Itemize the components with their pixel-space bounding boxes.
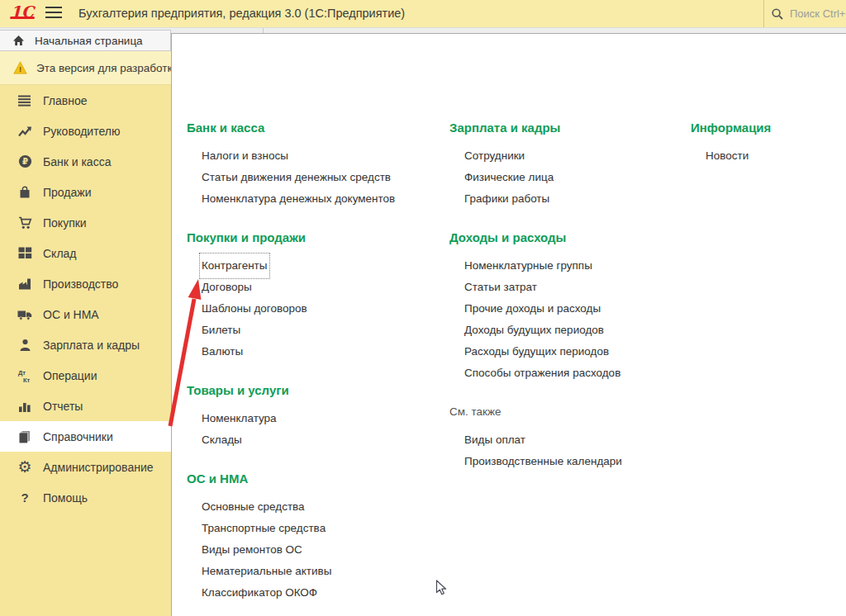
panel-link-билеты[interactable]: Билеты <box>187 320 443 341</box>
panel-link-label: Договоры <box>202 277 252 298</box>
section-title: Информация <box>691 121 846 135</box>
panel-link-графики-работы[interactable]: Графики работы <box>449 188 689 210</box>
panel-link-label: Валюты <box>202 341 243 362</box>
panel-link-label: Номенклатура денежных документов <box>202 188 395 210</box>
sidebar-item-продажи[interactable]: Продажи <box>0 177 171 207</box>
sidebar-item-администрирование[interactable]: ⚙Администрирование <box>0 452 171 482</box>
sidebar-item-банк-и-касса[interactable]: ₽Банк и касса <box>0 146 171 177</box>
panel-link-label: Основные средства <box>202 496 305 518</box>
sidebar-item-справочники[interactable]: Справочники <box>0 421 171 452</box>
bar-chart-icon <box>17 399 33 414</box>
panel-link-label: Расходы будущих периодов <box>464 341 609 362</box>
dev-version-warning-banner[interactable]: ! Эта версия для разработки <box>0 51 171 85</box>
menu-column-1: Банк и кассаНалоги и взносыСтатьи движен… <box>187 121 443 616</box>
sidebar-item-руководителю[interactable]: Руководителю <box>0 116 171 146</box>
panel-link-шаблоны-договоров[interactable]: Шаблоны договоров <box>187 298 443 320</box>
panel-link-label: Номенклатура <box>202 408 277 429</box>
sidebar-item-склад[interactable]: Склад <box>0 238 171 268</box>
panel-link-номенклатура-денежных-документов[interactable]: Номенклатура денежных документов <box>187 188 443 210</box>
sidebar-item-label: Справочники <box>43 430 113 443</box>
sidebar-item-ос-и-нма[interactable]: ОС и НМА <box>0 299 171 329</box>
sidebar-item-label: ОС и НМА <box>43 308 99 321</box>
sidebar-item-главное[interactable]: Главное <box>0 85 171 116</box>
panel-link-склады[interactable]: Склады <box>187 429 443 451</box>
panel-link-новости[interactable]: Новости <box>691 145 846 167</box>
panel-link-классификатор-окоф[interactable]: Классификатор ОКОФ <box>187 582 443 604</box>
panel-link-производственные-календари[interactable]: Производственные календари <box>449 451 689 472</box>
panel-link-label: Доходы будущих периодов <box>464 320 604 341</box>
menu-section: Доходы и расходыНоменклатурные группыСта… <box>449 230 689 384</box>
sidebar-item-покупки[interactable]: Покупки <box>0 207 171 238</box>
panel-link-договоры[interactable]: Договоры <box>187 277 443 298</box>
truck-icon <box>17 307 33 322</box>
sidebar-item-помощь[interactable]: ?Помощь <box>0 482 171 513</box>
panel-link-доходы-будущих-периодов[interactable]: Доходы будущих периодов <box>449 320 689 341</box>
panel-link-способы-отражения-расходов[interactable]: Способы отражения расходов <box>449 362 689 384</box>
panel-link-label: Шаблоны договоров <box>202 298 307 320</box>
cart-icon <box>17 216 33 230</box>
sidebar-item-label: Зарплата и кадры <box>43 339 140 352</box>
panel-link-label: Налоги и взносы <box>202 145 288 167</box>
panel-link-label: Нематериальные активы <box>202 561 331 582</box>
menu-section: ИнформацияНовости <box>691 121 846 167</box>
svg-text:₽: ₽ <box>22 157 28 166</box>
search-input[interactable]: Поиск Ctrl+Shift+F <box>763 0 846 27</box>
panel-link-расходы-будущих-периодов[interactable]: Расходы будущих периодов <box>449 341 689 362</box>
sidebar-item-label: Производство <box>43 277 118 291</box>
panel-link-label: Транспортные средства <box>202 518 326 539</box>
gear-icon: ⚙ <box>17 460 33 475</box>
panel-link-валюты[interactable]: Валюты <box>187 341 443 362</box>
title-bar: 1С Бухгалтерия предприятия, редакция 3.0… <box>0 0 846 27</box>
1c-logo-icon: 1С <box>8 2 36 21</box>
sidebar-menu: ГлавноеРуководителю₽Банк и кассаПродажиП… <box>0 85 171 513</box>
sidebar: ! Эта версия для разработки ГлавноеРуков… <box>0 51 171 616</box>
panel-link-транспортные-средства[interactable]: Транспортные средства <box>187 518 443 539</box>
panel-link-label: Сотрудники <box>464 145 525 167</box>
svg-text:!: ! <box>18 64 21 73</box>
panel-link-основные-средства[interactable]: Основные средства <box>187 496 443 518</box>
warehouse-grid-icon <box>17 246 33 261</box>
menu-section: Банк и кассаНалоги и взносыСтатьи движен… <box>187 121 443 210</box>
panel-link-label: Классификатор ОКОФ <box>202 582 317 604</box>
panel-link-налоги-и-взносы[interactable]: Налоги и взносы <box>187 145 443 167</box>
section-title: ОС и НМА <box>187 471 443 486</box>
sidebar-item-label: Главное <box>43 94 88 107</box>
menu-lines-icon <box>17 93 33 108</box>
panel-link-label: Новости <box>706 145 749 167</box>
panel-link-номенклатурные-группы[interactable]: Номенклатурные группы <box>449 255 689 277</box>
person-icon <box>17 338 33 353</box>
menu-section: Зарплата и кадрыСотрудникиФизические лиц… <box>449 121 689 210</box>
panel-link-виды-ремонтов-ос[interactable]: Виды ремонтов ОС <box>187 539 443 561</box>
home-tab[interactable]: Начальная страница <box>0 30 171 51</box>
panel-link-прочие-доходы-и-расходы[interactable]: Прочие доходы и расходы <box>449 298 689 320</box>
panel-link-label: Прочие доходы и расходы <box>464 298 601 320</box>
question-icon: ? <box>17 490 33 505</box>
panel-link-label: Номенклатурные группы <box>464 255 592 277</box>
hamburger-menu-icon[interactable] <box>45 7 62 20</box>
sidebar-item-label: Руководителю <box>43 125 120 138</box>
panel-link-контрагенты[interactable]: Контрагенты <box>187 255 443 277</box>
panel-link-сотрудники[interactable]: Сотрудники <box>449 145 689 167</box>
sidebar-item-производство[interactable]: Производство <box>0 268 171 299</box>
sidebar-item-label: Продажи <box>43 186 91 199</box>
sidebar-item-label: Операции <box>43 369 97 382</box>
svg-text:Кт: Кт <box>23 376 31 383</box>
sidebar-item-отчеты[interactable]: Отчеты <box>0 391 171 421</box>
panel-link-label: Физические лица <box>464 167 554 188</box>
panel-link-виды-оплат[interactable]: Виды оплат <box>449 429 689 451</box>
panel-link-label: Билеты <box>202 320 240 341</box>
section-title: Банк и касса <box>187 121 443 135</box>
sidebar-item-операции[interactable]: ДтКтОперации <box>0 360 171 391</box>
panel-link-статьи-затрат[interactable]: Статьи затрат <box>449 277 689 298</box>
sidebar-item-зарплата-и-кадры[interactable]: Зарплата и кадры <box>0 329 171 360</box>
warning-triangle-icon: ! <box>12 60 28 75</box>
panel-link-физические-лица[interactable]: Физические лица <box>449 167 689 188</box>
menu-column-3: ИнформацияНовости <box>691 121 846 187</box>
section-title: Товары и услуги <box>187 383 443 398</box>
sidebar-item-label: Помощь <box>43 491 88 505</box>
panel-link-нематериальные-активы[interactable]: Нематериальные активы <box>187 561 443 582</box>
panel-link-label: Статьи затрат <box>464 277 537 298</box>
panel-link-label: Виды оплат <box>464 429 525 451</box>
panel-link-номенклатура[interactable]: Номенклатура <box>187 408 443 429</box>
panel-link-статьи-движения-денежных-средств[interactable]: Статьи движения денежных средств <box>187 167 443 188</box>
